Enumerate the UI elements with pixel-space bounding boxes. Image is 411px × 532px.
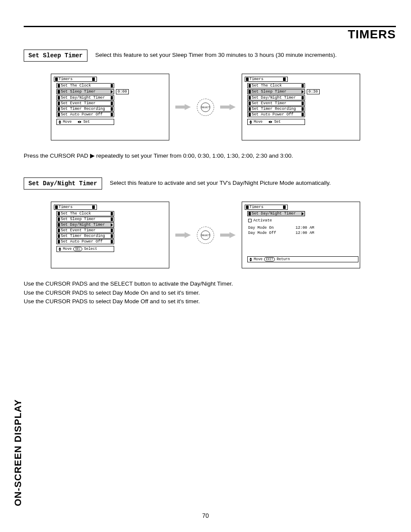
feature-label-sleep: Set Sleep Timer bbox=[24, 50, 87, 62]
osd-value-sleep: 0:00 bbox=[116, 89, 129, 94]
osd-item-event: Set Event Timer bbox=[56, 101, 114, 106]
osd-item-rec: Set Timer Recording bbox=[56, 233, 114, 239]
daynight-notes: Use the CURSOR PADS and the SELECT butto… bbox=[24, 280, 387, 306]
osd-item-clock: Set The Clock bbox=[247, 83, 305, 88]
sleep-note: Press the CURSOR PAD ▶ repeatedly to set… bbox=[24, 152, 387, 160]
manual-page: TIMERS Set Sleep Timer Select this featu… bbox=[0, 0, 411, 532]
osd-sleep-after: Timers Set The Clock Set Sleep Timer 0:3… bbox=[242, 74, 360, 140]
osd-item-daynight: Set Day/Night Timer bbox=[56, 95, 114, 100]
feature-desc-daynight: Select this feature to activate and set … bbox=[110, 177, 331, 187]
osd-hint: Move EXIT Return bbox=[247, 256, 358, 262]
osd-item-auto: Set Auto Power Off bbox=[247, 112, 305, 117]
remote-select-button: SELECT bbox=[197, 227, 214, 244]
osd-item-event: Set Event Timer bbox=[247, 101, 305, 106]
osd-item-daynight-selected: Set Day/Night Timer bbox=[56, 222, 114, 227]
osd-daynight-after: Timers Set Day/Night Timer Activate Day … bbox=[242, 202, 360, 268]
osd-item-clock: Set The Clock bbox=[56, 211, 114, 216]
top-rule bbox=[24, 26, 396, 27]
exit-pill-icon: EXIT bbox=[264, 257, 275, 261]
page-number: 70 bbox=[0, 512, 411, 519]
osd-value-sleep: 0:30 bbox=[307, 89, 320, 94]
osd-title: Timers bbox=[245, 77, 288, 82]
osd-item-sleep-selected: Set Sleep Timer bbox=[247, 89, 305, 94]
osd-sub-daynight: Set Day/Night Timer bbox=[247, 211, 305, 216]
osd-title: Timers bbox=[245, 205, 288, 210]
page-title: TIMERS bbox=[348, 28, 396, 41]
osd-title: Timers bbox=[54, 77, 97, 82]
osd-item-daynight: Set Day/Night Timer bbox=[247, 95, 305, 100]
osd-item-auto: Set Auto Power Off bbox=[56, 112, 114, 117]
osd-daynight-before: Timers Set The Clock Set Sleep Timer Set… bbox=[51, 202, 169, 268]
day-mode-on-row: Day Mode On12:00 AM bbox=[248, 225, 354, 230]
osd-hint: Move SEL Select bbox=[56, 246, 114, 252]
arrow-icon bbox=[220, 104, 236, 110]
feature-label-daynight: Set Day/Night Timer bbox=[24, 177, 102, 190]
sleep-screens: Timers Set The Clock Set Sleep Timer 0:0… bbox=[24, 74, 387, 140]
osd-item-clock: Set The Clock bbox=[56, 83, 114, 88]
remote-select-button: SELECT bbox=[197, 99, 214, 116]
osd-title-text: Timers bbox=[249, 77, 263, 81]
daynight-screens: Timers Set The Clock Set Sleep Timer Set… bbox=[24, 202, 387, 268]
osd-title-text: Timers bbox=[59, 77, 72, 81]
osd-hint: Move Set bbox=[247, 119, 305, 125]
osd-item-sleep-selected: Set Sleep Timer bbox=[56, 89, 114, 94]
checkbox-icon bbox=[248, 219, 252, 222]
osd-item-event: Set Event Timer bbox=[56, 228, 114, 233]
arrow-icon bbox=[175, 104, 191, 110]
day-mode-off-row: Day Mode Off12:00 AM bbox=[248, 230, 354, 236]
osd-item-rec: Set Timer Recording bbox=[56, 106, 114, 112]
osd-title: Timers bbox=[54, 205, 97, 210]
select-pill-icon: SEL bbox=[73, 247, 82, 251]
osd-item-auto: Set Auto Power Off bbox=[56, 239, 114, 244]
activate-row: Activate bbox=[248, 218, 354, 223]
osd-item-sleep: Set Sleep Timer bbox=[56, 217, 114, 222]
osd-item-rec: Set Timer Recording bbox=[247, 106, 305, 112]
feature-desc-sleep: Select this feature to set your Sleep Ti… bbox=[95, 50, 337, 59]
osd-hint: Move Set bbox=[56, 119, 114, 125]
arrow-icon bbox=[175, 232, 191, 238]
feature-daynight-timer: Set Day/Night Timer Select this feature … bbox=[24, 177, 387, 190]
feature-sleep-timer: Set Sleep Timer Select this feature to s… bbox=[24, 50, 387, 62]
section-tab: ON-SCREEN DISPLAY bbox=[12, 399, 24, 506]
osd-sleep-before: Timers Set The Clock Set Sleep Timer 0:0… bbox=[51, 74, 169, 140]
arrow-icon bbox=[220, 232, 236, 238]
